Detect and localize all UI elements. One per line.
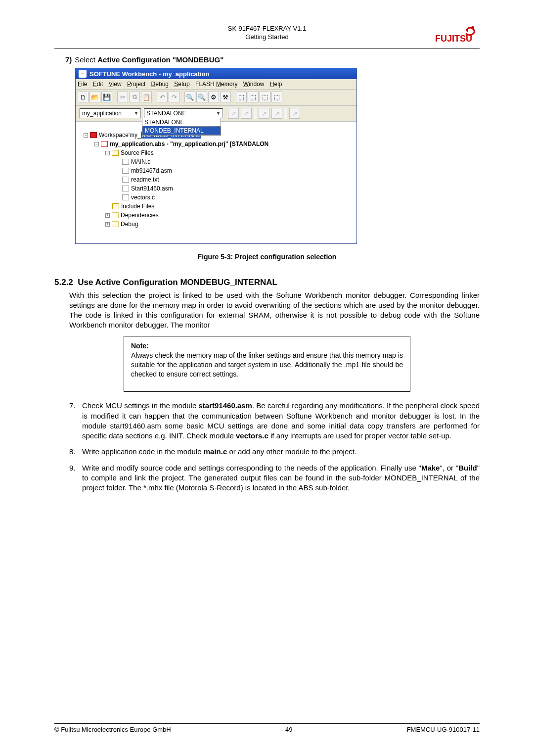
c-file-icon bbox=[122, 194, 129, 200]
redo-icon[interactable]: ↷ bbox=[169, 92, 179, 102]
tree-workspace[interactable]: Workspace'my_ bbox=[99, 132, 141, 139]
menu-flash[interactable]: FLASH Memory bbox=[195, 81, 237, 88]
config-option-mondeb[interactable]: MONDEB_INTERNAL bbox=[142, 126, 221, 135]
config-select[interactable]: STANDALONE▼ bbox=[144, 108, 223, 118]
para1-text: With this selection the project is linke… bbox=[69, 291, 480, 329]
asm-file-icon bbox=[122, 186, 129, 191]
tree-dependencies[interactable]: Dependencies bbox=[121, 212, 159, 219]
note-box: Note: Always check the memory map of the… bbox=[124, 336, 410, 392]
menu-edit[interactable]: Edit bbox=[93, 81, 103, 88]
menu-file[interactable]: File bbox=[78, 81, 87, 88]
section-paragraph: With this selection the project is linke… bbox=[69, 290, 480, 330]
tree-include[interactable]: Include Files bbox=[121, 203, 154, 210]
list-item-8: 8. Write application code in the module … bbox=[69, 447, 480, 457]
build-icon[interactable]: ⚙ bbox=[208, 92, 219, 102]
menu-window[interactable]: Window bbox=[243, 81, 265, 88]
collapse-icon[interactable]: − bbox=[84, 133, 88, 138]
expand-icon[interactable]: + bbox=[105, 213, 110, 218]
config-select-value: STANDALONE bbox=[146, 110, 186, 117]
tree-app[interactable]: my_application.abs - "my_application.prj… bbox=[110, 141, 268, 147]
tree-file[interactable]: vectors.c bbox=[131, 194, 155, 201]
tree-file[interactable]: MAIN.c bbox=[131, 158, 150, 165]
window-titlebar: ≡ SOFTUNE Workbench - my_application bbox=[76, 68, 356, 79]
t4-icon[interactable]: ⬚ bbox=[271, 92, 282, 102]
open-icon[interactable]: 📂 bbox=[89, 92, 100, 102]
section-heading: 5.2.2 Use Active Configuration MONDEBUG_… bbox=[54, 278, 480, 287]
new-icon[interactable]: 🗋 bbox=[78, 92, 89, 102]
menu-view[interactable]: View bbox=[109, 81, 122, 88]
li8-a: Write application code in the module bbox=[82, 447, 204, 456]
collapse-icon[interactable]: − bbox=[105, 151, 110, 155]
footer-page: - 49 - bbox=[281, 726, 296, 733]
tree-debug[interactable]: Debug bbox=[121, 221, 138, 228]
menu-project[interactable]: Project bbox=[127, 81, 145, 88]
config-dropdown[interactable]: STANDALONE MONDEB_INTERNAL bbox=[142, 118, 221, 136]
save-icon[interactable]: 💾 bbox=[101, 92, 112, 102]
li7-b2: vectors.c bbox=[236, 431, 268, 440]
menu-setup[interactable]: Setup bbox=[174, 81, 189, 88]
svg-text:FUJITSU: FUJITSU bbox=[435, 34, 472, 44]
li8-b1: main.c bbox=[204, 447, 227, 456]
folder-icon bbox=[112, 203, 119, 209]
workspace-tree: −Workspace'my_MONDEB_INTERNAL −my_applic… bbox=[76, 121, 356, 243]
c-file-icon bbox=[122, 159, 129, 165]
li7-c: if any interrupts are used for proper ve… bbox=[268, 431, 451, 440]
window-title: SOFTUNE Workbench - my_application bbox=[89, 70, 209, 78]
step-7-number: 7) bbox=[65, 55, 72, 64]
config-option-standalone[interactable]: STANDALONE bbox=[142, 118, 221, 126]
nav4-icon[interactable]: ↗ bbox=[271, 108, 282, 119]
copy-icon[interactable]: ⧉ bbox=[129, 92, 140, 102]
find2-icon[interactable]: 🔍 bbox=[196, 92, 207, 102]
cut-icon[interactable]: ✂ bbox=[117, 92, 128, 102]
tree-file[interactable]: Start91460.asm bbox=[131, 185, 173, 192]
tree-file[interactable]: mb91467d.asm bbox=[131, 167, 172, 174]
t2-icon[interactable]: ⬚ bbox=[248, 92, 259, 102]
chevron-down-icon: ▼ bbox=[216, 111, 221, 116]
header-rule bbox=[54, 48, 480, 48]
menu-debug[interactable]: Debug bbox=[151, 81, 169, 88]
expand-icon[interactable]: + bbox=[105, 222, 110, 227]
li8-b: or add any other module to the project. bbox=[227, 447, 356, 456]
step-7-pre: Select bbox=[75, 55, 97, 64]
li9-a: Write and modify source code and setting… bbox=[82, 464, 421, 472]
workspace-icon bbox=[90, 132, 97, 138]
footer-left: © Fujitsu Microelectronics Europe GmbH bbox=[54, 726, 171, 733]
nav5-icon[interactable]: ↗ bbox=[289, 108, 300, 119]
li7-num: 7. bbox=[69, 401, 76, 411]
project-select-value: my_application bbox=[82, 110, 122, 117]
asm-file-icon bbox=[122, 168, 129, 174]
li9-mid: ", or " bbox=[440, 464, 458, 472]
note-body: Always check the memory map of the linke… bbox=[131, 351, 403, 378]
li9-b2: Build bbox=[458, 464, 477, 472]
li9-num: 9. bbox=[69, 463, 76, 473]
tree-file[interactable]: readme.txt bbox=[131, 176, 159, 183]
app-icon: ≡ bbox=[79, 70, 87, 78]
nav2-icon[interactable]: ↗ bbox=[241, 108, 252, 119]
menu-help[interactable]: Help bbox=[270, 81, 282, 88]
doc-section: Getting Started bbox=[109, 33, 425, 42]
project-icon bbox=[101, 141, 108, 147]
li7-b1: start91460.asm bbox=[199, 401, 252, 410]
txt-file-icon bbox=[122, 177, 129, 183]
menubar: File Edit View Project Debug Setup FLASH… bbox=[76, 79, 356, 90]
nav3-icon[interactable]: ↗ bbox=[259, 108, 269, 119]
make-icon[interactable]: ⚒ bbox=[220, 92, 231, 102]
step-7-line: 7)Select Active Configuration "MONDEBUG" bbox=[65, 55, 480, 64]
fujitsu-logo: FUJITSU bbox=[435, 25, 480, 45]
find-icon[interactable]: 🔍 bbox=[184, 92, 195, 102]
paste-icon[interactable]: 📋 bbox=[141, 92, 152, 102]
t3-icon[interactable]: ⬚ bbox=[260, 92, 270, 102]
screenshot-softune: ≡ SOFTUNE Workbench - my_application Fil… bbox=[75, 68, 357, 244]
folder-icon bbox=[112, 150, 119, 156]
list-item-9: 9. Write and modify source code and sett… bbox=[69, 463, 480, 493]
footer-right: FMEMCU-UG-910017-11 bbox=[407, 726, 480, 733]
note-title: Note: bbox=[131, 341, 403, 351]
project-select[interactable]: my_application▼ bbox=[80, 108, 141, 118]
t1-icon[interactable]: ⬚ bbox=[236, 92, 247, 102]
list-item-7: 7. Check MCU settings in the module star… bbox=[69, 401, 480, 441]
li9-b1: Make bbox=[421, 464, 440, 472]
nav1-icon[interactable]: ↗ bbox=[228, 108, 239, 119]
tree-srcfolder[interactable]: Source Files bbox=[121, 149, 154, 156]
collapse-icon[interactable]: − bbox=[94, 142, 99, 146]
undo-icon[interactable]: ↶ bbox=[157, 92, 168, 102]
